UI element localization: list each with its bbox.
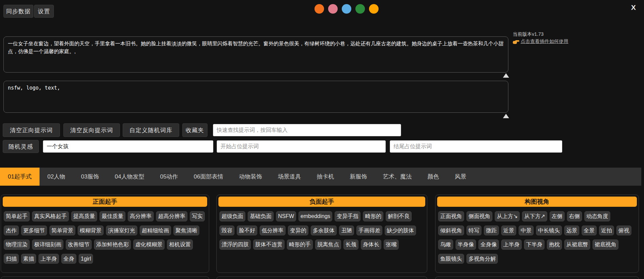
tag-item[interactable]: 变异的 [288,226,308,236]
tag-item[interactable]: 简单背景 [49,226,75,236]
settings-button[interactable]: 设置 [34,5,54,18]
positive-prompt-textarea[interactable]: 一位女子坐在窗边，望着外面的天空，手里拿着一本旧书。她的脸上挂着淡淡的微笑，眼睛… [3,36,508,73]
tag-item[interactable]: NSFW [276,211,296,221]
tag-item[interactable]: 半身像 [456,239,476,250]
tag-item[interactable]: 裙底视角 [593,239,618,250]
tag-item[interactable]: 真实风格起手 [32,211,69,221]
tab-13[interactable]: 风景 [447,168,474,186]
clear-positive-button[interactable]: 清空正向提示词 [3,123,60,137]
tag-item[interactable]: 基础负面 [248,211,274,221]
tab-12[interactable]: 颜色 [420,168,447,186]
tag-item[interactable]: 脸不好 [237,226,257,236]
tab-8[interactable]: 场景道具 [270,168,309,186]
end-placeholder-input[interactable] [390,140,562,153]
tag-item[interactable]: 侧面视角 [466,211,492,221]
tag-item[interactable]: 模糊背景 [78,226,104,236]
tag-item[interactable]: 写实 [190,211,205,221]
tab-5[interactable]: 05动作 [152,168,186,186]
tag-item[interactable]: 畸形的 [363,211,383,221]
tab-4[interactable]: 04人物发型 [107,168,152,186]
sync-data-button[interactable]: 同步数据 [3,5,33,18]
tag-item[interactable]: 手画得差 [356,226,382,236]
tag-item[interactable]: 改善细节 [66,239,92,250]
theme-dot-4[interactable] [355,4,365,14]
theme-dot-3[interactable] [342,4,351,14]
start-placeholder-input[interactable] [217,140,386,153]
tag-item[interactable]: 上半身 [39,254,59,264]
tag-item[interactable]: 更多细节 [21,226,47,236]
negative-prompt-textarea[interactable]: nsfw, logo, text, [3,81,508,113]
tag-item[interactable]: 素描 [21,254,36,264]
quick-search-input[interactable] [213,124,401,136]
tag-item[interactable]: 多余肢体 [311,226,337,236]
tag-item[interactable]: 极详细刻画 [32,239,63,250]
random-inspiration-button[interactable]: 随机灵感 [3,140,39,153]
tag-item[interactable]: 畸形的手 [287,239,313,250]
tag-item[interactable]: 相机设置 [167,239,193,250]
tag-item[interactable]: 全景 [582,226,597,236]
tab-9[interactable]: 抽卡机 [309,168,342,186]
tag-item[interactable]: 鱼眼镜头 [438,254,464,264]
tab-6[interactable]: 06面部表情 [186,168,231,186]
custom-random-library-button[interactable]: 自定义随机词库 [123,123,179,137]
tag-item[interactable]: 中景 [519,226,534,236]
tag-item[interactable]: 倾斜视角 [438,226,464,236]
tag-item[interactable]: 毁容 [219,226,234,236]
tag-item[interactable]: 张嘴 [384,239,399,250]
tag-item[interactable]: 上半身 [501,239,522,250]
theme-dot-2[interactable] [328,4,338,14]
tag-item[interactable]: 脱离焦点 [315,239,341,250]
tag-item[interactable]: 全身像 [478,239,499,250]
tag-item[interactable]: 中长镜头 [536,226,562,236]
tag-item[interactable]: 变异手指 [335,211,361,221]
tag-item[interactable]: 1girl [79,254,93,264]
tag-item[interactable]: 扫描 [4,254,19,264]
tag-item[interactable]: 抱枕 [547,239,562,250]
tag-item[interactable]: 物理渲染 [4,239,30,250]
tag-item[interactable]: 添加鲜艳色彩 [94,239,131,250]
tag-item[interactable]: 简单起手 [4,211,30,221]
tag-item[interactable]: 从裙底瞥 [564,239,590,250]
tab-10[interactable]: 新服饰 [342,168,375,186]
tag-item[interactable]: 解剖不良 [386,211,412,221]
tag-item[interactable]: 低分辨率 [260,226,286,236]
tag-item[interactable]: 从下方↗ [522,211,547,221]
tag-item[interactable]: 特写 [466,226,481,236]
tag-item[interactable]: 缺少的肢体 [385,226,416,236]
tag-item[interactable]: 聚焦清晰 [173,226,199,236]
plugin-help-link[interactable]: 点击查看插件如何使用 [521,38,568,45]
tag-item[interactable]: 提高质量 [71,211,97,221]
tab-1[interactable]: 01起手式 [0,168,40,186]
tag-item[interactable]: 超级负面 [219,211,245,221]
tag-item[interactable]: 高分辨率 [128,211,154,221]
tag-item[interactable]: 丑陋 [339,226,354,236]
tag-item[interactable]: 虚化模糊景 [133,239,165,250]
tag-item[interactable]: 微距 [484,226,499,236]
tag-item[interactable]: 近景 [501,226,516,236]
tag-item[interactable]: embeddings [298,211,332,221]
tag-item[interactable]: 右侧 [567,211,582,221]
tag-item[interactable]: 长颈 [343,239,358,250]
theme-dot-5[interactable] [369,4,379,14]
tag-item[interactable]: 近拍 [599,226,614,236]
theme-dot-1[interactable] [315,4,324,14]
tab-2[interactable]: 02人物 [40,168,73,186]
tag-item[interactable]: 正面视角 [438,211,464,221]
tag-item[interactable]: 从上方↘ [495,211,520,221]
tag-item[interactable]: 鸟瞰 [438,239,453,250]
tag-item[interactable]: 下半身 [524,239,545,250]
inspiration-input[interactable] [43,140,213,153]
tag-item[interactable]: 多视角分解 [466,254,498,264]
tag-item[interactable]: 全身 [61,254,76,264]
tag-item[interactable]: 演播室灯光 [106,226,137,236]
tab-3[interactable]: 03服饰 [73,168,107,186]
positive-resize-handle-icon[interactable] [503,73,509,78]
tab-7[interactable]: 动物装饰 [231,168,270,186]
tag-item[interactable]: 远景 [564,226,579,236]
tag-item[interactable]: 杰作 [4,226,19,236]
tag-item[interactable]: 最佳质量 [99,211,125,221]
tag-item[interactable]: 超高分辨率 [156,211,187,221]
tag-item[interactable]: 肢体不连贯 [253,239,285,250]
clear-negative-button[interactable]: 清空反向提示词 [63,123,120,137]
tag-item[interactable]: 身体长 [361,239,381,250]
